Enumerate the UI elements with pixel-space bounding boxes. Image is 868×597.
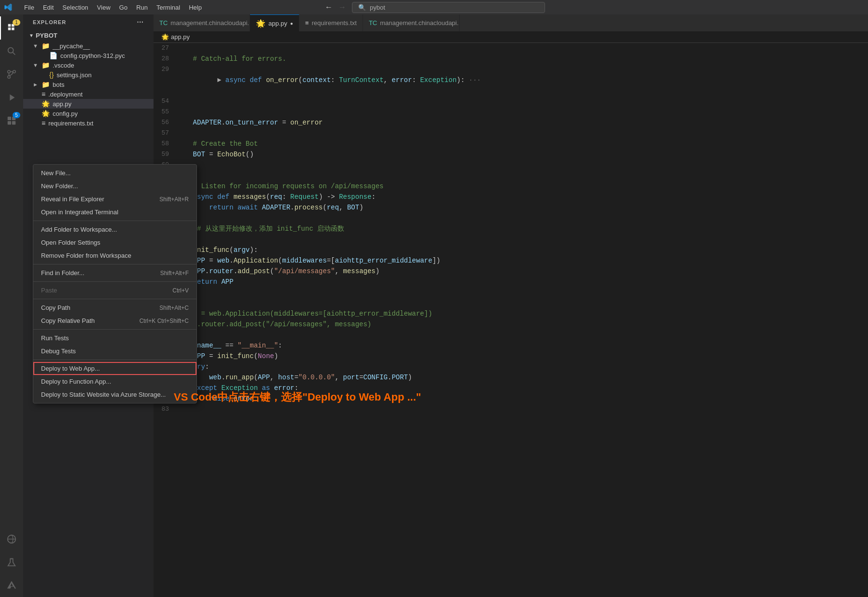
menu-reveal-explorer[interactable]: Reveal in File Explorer Shift+Alt+R: [33, 193, 154, 206]
project-root[interactable]: ▼ PYBOT: [23, 30, 154, 41]
menu-new-folder[interactable]: New Folder...: [33, 180, 154, 193]
file-settings[interactable]: {} settings.json: [23, 70, 154, 80]
menu-find-folder[interactable]: Find in Folder... Shift+Alt+F: [33, 266, 154, 279]
tab-management-2[interactable]: TC management.chinacloudapi...: [363, 14, 460, 31]
menu-deploy-static[interactable]: Deploy to Static Website via Azure Stora…: [33, 388, 154, 401]
menu-help[interactable]: Help: [185, 2, 206, 13]
folder-label: __pycache__: [53, 42, 90, 50]
tab-requirements[interactable]: ≡ requirements.txt: [299, 14, 363, 31]
activity-azure[interactable]: [0, 574, 23, 597]
line-content: ► async def on_error(context: TurnContex…: [177, 64, 868, 96]
folder-vscode[interactable]: ▼ 📁 .vscode: [23, 60, 154, 70]
separator-2: [33, 264, 154, 264]
line-content: return APP: [177, 277, 868, 287]
menu-selection[interactable]: Selection: [58, 2, 92, 13]
context-menu-overlay: New File... New Folder... Reveal in File…: [33, 164, 154, 403]
code-editor[interactable]: 27 28 # Catch-all for errors. 29 ► async…: [154, 43, 868, 597]
folder-bots[interactable]: ► 📁 bots: [23, 80, 154, 89]
menu-deploy-web-app[interactable]: Deploy to Web App...: [33, 362, 154, 375]
tab-management-1[interactable]: TC management.chinacloudapi...: [154, 14, 250, 31]
line-content: if __name__ == "__main__":: [177, 340, 868, 351]
code-line-70: 70 APP.router.add_post("/api/messages", …: [154, 266, 868, 277]
folder-expand-icon: ▼: [33, 62, 39, 68]
menu-open-terminal[interactable]: Open in Integrated Terminal: [33, 206, 154, 219]
main-container: 1: [0, 14, 868, 597]
separator-3: [33, 281, 154, 282]
line-content: APP = init_func(None): [177, 351, 868, 361]
file-app-py[interactable]: 🌟 app.py: [23, 99, 154, 109]
tab-icon-tc2: TC: [369, 19, 377, 27]
menu-run-tests[interactable]: Run Tests: [33, 332, 154, 345]
menu-folder-settings[interactable]: Open Folder Settings: [33, 236, 154, 249]
menu-copy-relative-path[interactable]: Copy Relative Path Ctrl+K Ctrl+Shift+C: [33, 314, 154, 327]
sidebar-more-icon[interactable]: ⋯: [137, 18, 144, 26]
svg-point-0: [8, 48, 14, 53]
code-line-71: 71 return APP: [154, 277, 868, 287]
activity-remote[interactable]: [0, 528, 23, 551]
activity-run[interactable]: [0, 86, 23, 109]
file-deployment[interactable]: ≡ .deployment: [23, 89, 154, 99]
file-cpython[interactable]: 📄 config.cpython-312.pyc: [23, 51, 154, 60]
menu-terminal[interactable]: Terminal: [153, 2, 184, 13]
folder-icon: 📁: [42, 42, 50, 50]
separator-5: [33, 329, 154, 330]
menu-add-folder[interactable]: Add Folder to Workspace...: [33, 223, 154, 236]
menu-run[interactable]: Run: [132, 2, 152, 13]
tab-label: management.chinacloudapi...: [170, 19, 250, 27]
tab-icon-tc: TC: [159, 19, 168, 27]
breadcrumb: 🌟 app.py: [154, 31, 868, 43]
folder-pycache[interactable]: ▼ 📁 __pycache__: [23, 41, 154, 51]
activity-testing[interactable]: [0, 551, 23, 574]
menu-file[interactable]: File: [20, 2, 38, 13]
line-content: # Create the Bot: [177, 139, 868, 149]
line-content: # Listen for incoming requests on /api/m…: [177, 181, 868, 192]
line-num: 83: [154, 404, 177, 415]
code-line-75: 75 # APP.router.add_post("/api/messages"…: [154, 319, 868, 330]
tab-label: management.chinacloudapi...: [380, 19, 460, 27]
code-line-68: 68 def init_func(argv):: [154, 245, 868, 255]
code-line-59: 59 BOT = EchoBot(): [154, 149, 868, 160]
activity-search[interactable]: [0, 40, 23, 63]
svg-rect-5: [8, 117, 11, 120]
menu-edit[interactable]: Edit: [39, 2, 57, 13]
menu-paste: Paste Ctrl+V: [33, 284, 154, 297]
editor-area: TC management.chinacloudapi... 🌟 app.py …: [154, 14, 868, 597]
breadcrumb-icon: 🌟: [161, 33, 169, 41]
nav-back-button[interactable]: ←: [323, 2, 335, 13]
folder-label: .vscode: [53, 62, 74, 69]
titlebar-center: ← → 🔍 pybot: [291, 2, 577, 13]
menu-new-file[interactable]: New File...: [33, 167, 154, 180]
line-num: 28: [154, 54, 177, 64]
file-requirements[interactable]: ≡ requirements.txt: [23, 118, 154, 128]
global-search-bar[interactable]: 🔍 pybot: [352, 2, 545, 13]
code-line-78: 78 APP = init_func(None): [154, 351, 868, 361]
tab-app-py[interactable]: 🌟 app.py ●: [250, 14, 299, 31]
code-line-61: 61: [154, 170, 868, 181]
nav-forward-button[interactable]: →: [336, 2, 348, 13]
activity-extensions[interactable]: 5: [0, 109, 23, 132]
titlebar: File Edit Selection View Go Run Terminal…: [0, 0, 868, 14]
file-config-py[interactable]: 🌟 config.py: [23, 109, 154, 118]
activity-explorer[interactable]: 1: [0, 16, 23, 40]
tab-icon-req: ≡: [305, 19, 309, 27]
code-line-29: 29 ► async def on_error(context: TurnCon…: [154, 64, 868, 96]
code-line-66: 66 ## 从这里开始修改，添加 init_func 启动函数: [154, 223, 868, 234]
line-content: # APP.router.add_post("/api/messages", m…: [177, 319, 868, 330]
code-line-64: 64 return await ADAPTER.process(req, BOT…: [154, 202, 868, 213]
line-num: 57: [154, 128, 177, 139]
code-line-54: 54: [154, 96, 868, 107]
code-line-27: 27: [154, 43, 868, 54]
activity-source-control[interactable]: [0, 63, 23, 86]
menu-deploy-function[interactable]: Deploy to Function App...: [33, 375, 154, 388]
menu-view[interactable]: View: [93, 2, 114, 13]
line-content: def init_func(argv):: [177, 245, 868, 255]
menu-debug-tests[interactable]: Debug Tests: [33, 345, 154, 358]
code-line-74: 74 # APP = web.Application(middlewares=[…: [154, 308, 868, 319]
code-line-73: 73: [154, 298, 868, 308]
search-input-text: pybot: [370, 4, 385, 11]
menu-remove-folder[interactable]: Remove Folder from Workspace: [33, 249, 154, 262]
line-content: APP.router.add_post("/api/messages", mes…: [177, 266, 868, 277]
menu-copy-path[interactable]: Copy Path Shift+Alt+C: [33, 301, 154, 314]
menu-go[interactable]: Go: [115, 2, 131, 13]
vscode-logo-icon: [4, 3, 13, 12]
